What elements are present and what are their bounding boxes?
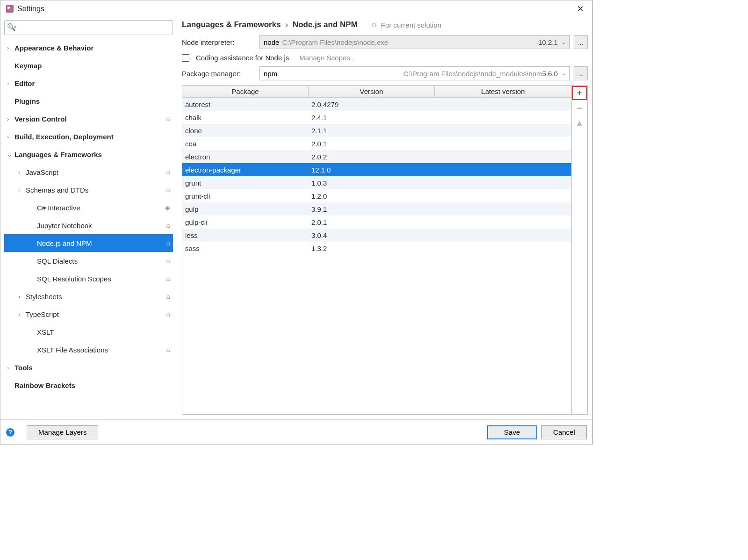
- tree-item-editor[interactable]: ›Editor: [4, 74, 173, 92]
- table-row[interactable]: gulp-cli2.0.1: [182, 215, 571, 229]
- table-row[interactable]: clone2.1.1: [182, 124, 571, 137]
- col-latest[interactable]: Latest version: [435, 86, 571, 97]
- expand-icon: ›: [7, 80, 14, 87]
- chevron-down-icon: ⌄: [561, 39, 566, 45]
- table-header: Package Version Latest version: [182, 86, 571, 98]
- table-row[interactable]: gulp3.9.1: [182, 202, 571, 215]
- cell-version: 2.0.4279: [309, 101, 435, 108]
- col-package[interactable]: Package: [182, 86, 309, 97]
- packager-browse-button[interactable]: ...: [574, 66, 588, 80]
- table-row[interactable]: sass1.3.2: [182, 242, 571, 255]
- table-row[interactable]: electron2.0.2: [182, 150, 571, 163]
- tree-label: Plugins: [14, 97, 170, 105]
- cell-package: sass: [182, 244, 309, 252]
- scope-badge-icon: ⌂: [166, 346, 170, 353]
- interpreter-value: node: [264, 38, 279, 46]
- remove-package-button[interactable]: −: [572, 101, 587, 115]
- tree-label: XSLT File Associations: [37, 346, 166, 354]
- tree-item-typescript[interactable]: ›TypeScript⌂: [4, 305, 173, 323]
- settings-sidebar: 🔍 ▾ ›Appearance & BehaviorKeymap›EditorP…: [0, 16, 177, 419]
- tree-item-build-execution-deployment[interactable]: ›Build, Execution, Deployment: [4, 128, 173, 145]
- scope-badge-icon: ⌂: [166, 310, 170, 318]
- tree-label: Node.js and NPM: [37, 239, 166, 247]
- help-button[interactable]: ?: [6, 428, 14, 437]
- expand-icon: ›: [7, 115, 14, 122]
- table-row[interactable]: grunt-cli1.2.0: [182, 189, 571, 202]
- package-manager-combo[interactable]: npm C:\Program Files\nodejs\node_modules…: [259, 66, 570, 80]
- tree-item-sql-dialects[interactable]: SQL Dialects⌂: [4, 252, 173, 270]
- cell-version: 3.0.4: [309, 231, 435, 239]
- table-row[interactable]: electron-packager12.1.0: [182, 163, 571, 176]
- tree-item-languages-frameworks[interactable]: ⌄Languages & Frameworks: [4, 145, 173, 163]
- cancel-button[interactable]: Cancel: [541, 425, 587, 439]
- tree-item-xslt-file-associations[interactable]: XSLT File Associations⌂: [4, 341, 173, 359]
- tree-item-appearance-behavior[interactable]: ›Appearance & Behavior: [4, 39, 173, 57]
- cell-version: 1.2.0: [309, 192, 435, 200]
- manage-layers-button[interactable]: Manage Layers: [27, 425, 98, 439]
- tree-item-xslt[interactable]: XSLT: [4, 323, 173, 341]
- tree-label: Jupyter Notebook: [37, 222, 166, 230]
- tree-item-javascript[interactable]: ›JavaScript⌂: [4, 163, 173, 181]
- tree-item-schemas-and-dtds[interactable]: ›Schemas and DTDs⌂: [4, 181, 173, 199]
- node-interpreter-label: Node interpreter:: [182, 38, 256, 46]
- cell-package: autorest: [182, 101, 309, 108]
- tree-item-plugins[interactable]: Plugins: [4, 92, 173, 110]
- tree-item-version-control[interactable]: ›Version Control⌂: [4, 110, 173, 128]
- scope-label: For current solution: [381, 21, 441, 29]
- save-button[interactable]: Save: [487, 425, 537, 439]
- dialog-footer: ? Manage Layers Save Cancel: [0, 419, 592, 445]
- tree-label: Schemas and DTDs: [26, 186, 166, 194]
- cell-package: chalk: [182, 114, 309, 122]
- tree-label: Stylesheets: [26, 293, 166, 301]
- add-package-button[interactable]: +: [572, 86, 587, 100]
- tree-item-jupyter-notebook[interactable]: Jupyter Notebook⌂: [4, 216, 173, 234]
- table-row[interactable]: autorest2.0.4279: [182, 98, 571, 111]
- expand-icon: ⌄: [7, 151, 14, 158]
- coding-assistance-checkbox[interactable]: [182, 54, 189, 62]
- interpreter-browse-button[interactable]: ...: [574, 35, 588, 49]
- search-wrap: 🔍 ▾: [4, 20, 173, 35]
- package-manager-label: Package manager:: [182, 70, 256, 78]
- search-dropdown-icon[interactable]: ▾: [14, 25, 16, 29]
- search-input[interactable]: [4, 20, 173, 35]
- node-interpreter-combo[interactable]: node C:\Program Files\nodejs\node.exe 10…: [259, 35, 570, 49]
- tree-label: Keymap: [14, 62, 170, 70]
- tree-item-sql-resolution-scopes[interactable]: SQL Resolution Scopes⌂: [4, 270, 173, 287]
- packages-table: Package Version Latest version autorest2…: [182, 86, 571, 414]
- cell-package: gulp: [182, 205, 309, 213]
- manage-scopes-link[interactable]: Manage Scopes...: [299, 54, 356, 62]
- tree-item-stylesheets[interactable]: ›Stylesheets⌂: [4, 287, 173, 305]
- cell-package: electron: [182, 153, 309, 161]
- cell-version: 2.4.1: [309, 114, 435, 122]
- scope-badge-icon: ⌂: [166, 293, 170, 300]
- tree-item-c-interactive[interactable]: C# Interactive◈: [4, 199, 173, 216]
- cell-package: gulp-cli: [182, 218, 309, 226]
- interpreter-version: 10.2.1: [538, 38, 558, 46]
- packager-version: 5.6.0: [542, 70, 558, 78]
- tree-item-rainbow-brackets[interactable]: Rainbow Brackets: [4, 376, 173, 394]
- table-row[interactable]: coa2.0.1: [182, 137, 571, 150]
- chevron-down-icon: ⌄: [561, 71, 566, 77]
- table-row[interactable]: chalk2.4.1: [182, 111, 571, 124]
- table-row[interactable]: grunt1.0.3: [182, 176, 571, 189]
- expand-icon: ›: [7, 44, 14, 51]
- upgrade-package-button: ▲: [572, 115, 587, 130]
- table-row[interactable]: less3.0.4: [182, 229, 571, 242]
- scope-badge-icon: ⌂: [166, 168, 170, 176]
- cell-version: 3.9.1: [309, 205, 435, 213]
- tree-item-node-js-and-npm[interactable]: Node.js and NPM⌂: [4, 234, 173, 252]
- breadcrumb-category[interactable]: Languages & Frameworks: [182, 20, 281, 29]
- tree-item-tools[interactable]: ›Tools: [4, 359, 173, 376]
- scope-badge-icon: ⌂: [166, 257, 170, 265]
- cell-version: 2.0.1: [309, 140, 435, 148]
- tree-label: Version Control: [14, 115, 166, 123]
- expand-icon: ›: [7, 133, 14, 140]
- tree-label: TypeScript: [26, 310, 166, 318]
- expand-icon: ›: [18, 311, 26, 318]
- col-version[interactable]: Version: [309, 86, 435, 97]
- tree-label: SQL Resolution Scopes: [37, 275, 166, 283]
- close-button[interactable]: ✕: [573, 2, 588, 16]
- tree-label: Appearance & Behavior: [14, 44, 170, 52]
- tree-item-keymap[interactable]: Keymap: [4, 57, 173, 74]
- scope-badge-icon: ⌂: [166, 115, 170, 122]
